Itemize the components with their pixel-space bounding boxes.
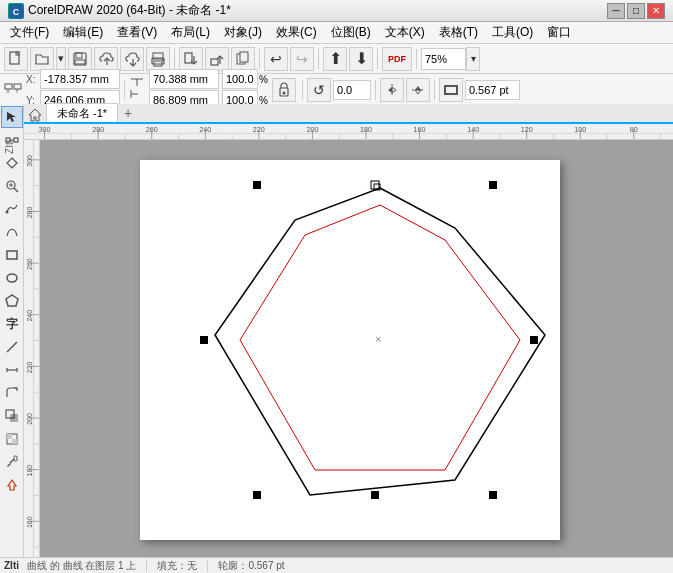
tool-curve[interactable] bbox=[1, 221, 23, 243]
maximize-button[interactable]: □ bbox=[627, 3, 645, 19]
svg-rect-45 bbox=[7, 251, 17, 259]
ruler-vertical: 300 280 260 240 220 200 180 160 bbox=[24, 140, 40, 557]
handle-ml[interactable] bbox=[200, 336, 208, 344]
menu-file[interactable]: 文件(F) bbox=[4, 22, 55, 43]
menu-window[interactable]: 窗口 bbox=[541, 22, 577, 43]
svg-text:140: 140 bbox=[467, 127, 479, 134]
x-input[interactable]: -178.357 mm bbox=[40, 69, 120, 89]
x-label: X: bbox=[26, 74, 38, 85]
outline-icon bbox=[439, 78, 463, 102]
status-ziti: ZIti bbox=[4, 560, 19, 571]
handle-tr[interactable] bbox=[489, 181, 497, 189]
svg-text:X: X bbox=[6, 88, 10, 94]
tool-transform[interactable] bbox=[1, 152, 23, 174]
arrow-up-button[interactable]: ⬆ bbox=[323, 47, 347, 71]
menu-text[interactable]: 文本(X) bbox=[379, 22, 431, 43]
status-info: 曲线 的 曲线 在图层 1 上 bbox=[27, 559, 136, 573]
save-button[interactable] bbox=[68, 47, 92, 71]
status-fill: 填充：无 bbox=[157, 559, 197, 573]
tool-fill[interactable] bbox=[1, 474, 23, 496]
handle-bc[interactable] bbox=[371, 491, 379, 499]
tool-freehand[interactable] bbox=[1, 198, 23, 220]
svg-text:300: 300 bbox=[39, 127, 51, 134]
w-pct-input[interactable]: 100.0 bbox=[222, 69, 258, 89]
menu-layout[interactable]: 布局(L) bbox=[165, 22, 216, 43]
lock-proportions-button[interactable] bbox=[272, 78, 296, 102]
undo-button[interactable]: ↩ bbox=[264, 47, 288, 71]
open-button[interactable] bbox=[30, 47, 54, 71]
rotate-icon: ↺ bbox=[307, 78, 331, 102]
tab-untitled[interactable]: 未命名 -1* bbox=[46, 103, 118, 122]
handle-br[interactable] bbox=[489, 491, 497, 499]
svg-marker-34 bbox=[415, 90, 421, 94]
width-input[interactable]: 70.388 mm bbox=[149, 69, 219, 89]
canvas-area[interactable]: × bbox=[40, 140, 673, 557]
menu-edit[interactable]: 编辑(E) bbox=[57, 22, 109, 43]
menu-effects[interactable]: 效果(C) bbox=[270, 22, 323, 43]
publish-button[interactable] bbox=[231, 47, 255, 71]
tool-eyedropper[interactable] bbox=[1, 451, 23, 473]
tool-select[interactable] bbox=[1, 106, 23, 128]
print-button[interactable] bbox=[146, 47, 170, 71]
separator4 bbox=[377, 49, 378, 69]
handle-mr[interactable] bbox=[530, 336, 538, 344]
tool-line[interactable] bbox=[1, 336, 23, 358]
zoom-dropdown-button[interactable]: ▾ bbox=[466, 47, 480, 71]
angle-input[interactable]: 0.0 bbox=[333, 80, 371, 100]
tool-dropshadow[interactable] bbox=[1, 405, 23, 427]
svg-rect-35 bbox=[445, 86, 457, 94]
svg-rect-6 bbox=[75, 60, 85, 64]
open-dropdown-button[interactable]: ▾ bbox=[56, 47, 66, 71]
cloud-down-button[interactable] bbox=[120, 47, 144, 71]
canvas-svg: × bbox=[40, 140, 673, 557]
separator bbox=[174, 49, 175, 69]
tool-checker[interactable] bbox=[1, 428, 23, 450]
svg-rect-55 bbox=[7, 434, 12, 439]
tool-text[interactable]: 字 bbox=[1, 313, 23, 335]
tool-rectangle[interactable] bbox=[1, 244, 23, 266]
outline-input[interactable]: 0.567 pt bbox=[465, 80, 520, 100]
minimize-button[interactable]: ─ bbox=[607, 3, 625, 19]
svg-text:280: 280 bbox=[92, 127, 104, 134]
svg-text:120: 120 bbox=[521, 127, 533, 134]
tool-polygon[interactable] bbox=[1, 290, 23, 312]
xy-icons: X Y bbox=[4, 83, 22, 96]
mirror-v-button[interactable] bbox=[406, 78, 430, 102]
mirror-h-button[interactable] bbox=[380, 78, 404, 102]
svg-text:220: 220 bbox=[253, 127, 265, 134]
menu-view[interactable]: 查看(V) bbox=[111, 22, 163, 43]
new-button[interactable] bbox=[4, 47, 28, 71]
window-title: CorelDRAW 2020 (64-Bit) - 未命名 -1* bbox=[28, 2, 231, 19]
tool-dimension[interactable] bbox=[1, 359, 23, 381]
arrow-down-button[interactable]: ⬇ bbox=[349, 47, 373, 71]
import-button[interactable] bbox=[179, 47, 203, 71]
svg-marker-59 bbox=[29, 109, 41, 121]
status-sep2 bbox=[207, 560, 208, 572]
window-controls: ─ □ ✕ bbox=[607, 3, 665, 19]
add-tab-button[interactable]: + bbox=[119, 104, 137, 122]
toolbar-property: X Y X: -178.357 mm Y: 246.006 mm 70.388 … bbox=[0, 74, 673, 106]
svg-text:260: 260 bbox=[27, 258, 34, 270]
separator2 bbox=[259, 49, 260, 69]
handle-bl[interactable] bbox=[253, 491, 261, 499]
menubar: 文件(F) 编辑(E) 查看(V) 布局(L) 对象(J) 效果(C) 位图(B… bbox=[0, 22, 673, 44]
svg-point-28 bbox=[282, 91, 285, 94]
redo-button[interactable]: ↪ bbox=[290, 47, 314, 71]
zoom-input[interactable]: 75% bbox=[421, 48, 466, 70]
svg-text:240: 240 bbox=[27, 310, 34, 322]
close-button[interactable]: ✕ bbox=[647, 3, 665, 19]
svg-text:200: 200 bbox=[27, 413, 34, 425]
export-button[interactable] bbox=[205, 47, 229, 71]
svg-point-46 bbox=[7, 274, 17, 282]
menu-bitmap[interactable]: 位图(B) bbox=[325, 22, 377, 43]
pdf-button[interactable]: PDF bbox=[382, 47, 412, 71]
menu-table[interactable]: 表格(T) bbox=[433, 22, 484, 43]
tool-ellipse[interactable] bbox=[1, 267, 23, 289]
menu-object[interactable]: 对象(J) bbox=[218, 22, 268, 43]
tool-connector[interactable] bbox=[1, 382, 23, 404]
cloud-up-button[interactable] bbox=[94, 47, 118, 71]
menu-tools[interactable]: 工具(O) bbox=[486, 22, 539, 43]
status-outline: 轮廓：0.567 pt bbox=[218, 559, 284, 573]
tool-zoom[interactable] bbox=[1, 175, 23, 197]
handle-tl[interactable] bbox=[253, 181, 261, 189]
